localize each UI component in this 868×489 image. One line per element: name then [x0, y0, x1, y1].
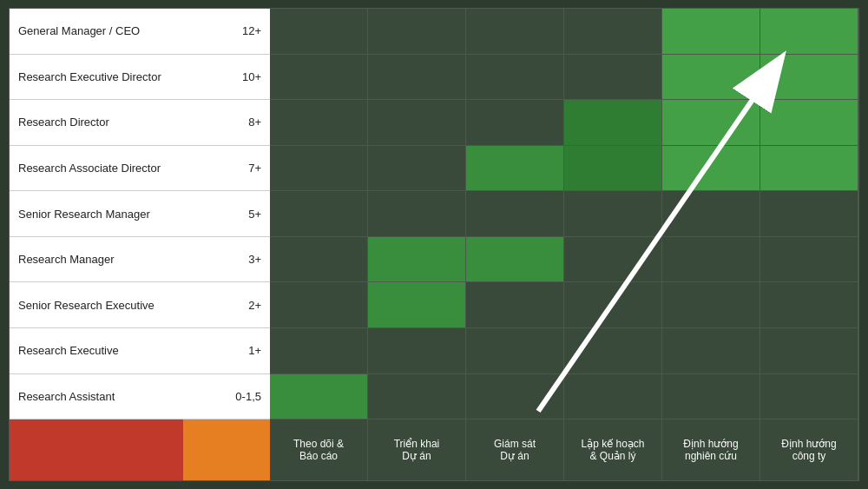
cell-r2-c5	[760, 100, 858, 145]
label-cell-3: Research Associate Director7+	[10, 146, 270, 192]
row-label-0: General Manager / CEO	[18, 24, 140, 37]
data-row-7	[270, 328, 858, 374]
grid-area: General Manager / CEO12+Research Executi…	[10, 9, 858, 420]
cell-r7-c2	[466, 328, 564, 373]
row-exp-2: 8+	[248, 116, 261, 129]
cell-r8-c5	[760, 374, 858, 420]
cell-r7-c3	[564, 328, 662, 373]
cell-r8-c4	[662, 374, 760, 420]
cell-r1-c4	[662, 55, 760, 100]
cell-r8-c2	[466, 374, 564, 420]
footer-exp-label	[183, 420, 270, 480]
row-exp-7: 1+	[248, 344, 261, 357]
cell-r0-c3	[564, 9, 662, 54]
cell-r3-c2	[466, 146, 564, 191]
row-label-5: Research Manager	[18, 253, 115, 266]
footer-col-0: Theo dõi & Báo cáo	[270, 420, 368, 480]
data-area	[270, 9, 858, 420]
data-row-4	[270, 191, 858, 237]
label-column: General Manager / CEO12+Research Executi…	[10, 9, 270, 420]
footer-col-4: Định hướng nghiên cứu	[662, 420, 760, 480]
label-cell-2: Research Director8+	[10, 100, 270, 146]
row-label-8: Research Assistant	[18, 390, 115, 403]
data-row-3	[270, 146, 858, 192]
label-cell-8: Research Assistant0-1,5	[10, 374, 270, 420]
footer-col-3: Lập kế hoạch & Quản lý	[564, 420, 662, 480]
cell-r0-c2	[466, 9, 564, 54]
cell-r4-c1	[368, 191, 466, 236]
row-exp-3: 7+	[248, 162, 261, 175]
cell-r2-c0	[270, 100, 368, 145]
cell-r6-c5	[760, 282, 858, 327]
label-cell-4: Senior Research Manager5+	[10, 191, 270, 237]
cell-r0-c1	[368, 9, 466, 54]
cell-r4-c5	[760, 191, 858, 236]
label-cell-0: General Manager / CEO12+	[10, 9, 270, 55]
cell-r5-c2	[466, 237, 564, 282]
cell-r6-c0	[270, 282, 368, 327]
cell-r5-c0	[270, 237, 368, 282]
row-exp-0: 12+	[242, 24, 261, 37]
label-cell-5: Research Manager3+	[10, 237, 270, 283]
cell-r0-c4	[662, 9, 760, 54]
row-exp-6: 2+	[248, 299, 261, 312]
data-row-5	[270, 237, 858, 283]
cell-r2-c2	[466, 100, 564, 145]
data-row-2	[270, 100, 858, 146]
cell-r3-c4	[662, 146, 760, 191]
label-cell-1: Research Executive Director10+	[10, 55, 270, 101]
row-label-2: Research Director	[18, 116, 109, 129]
cell-r6-c2	[466, 282, 564, 327]
cell-r1-c3	[564, 55, 662, 100]
row-label-4: Senior Research Manager	[18, 208, 150, 221]
cell-r5-c1	[368, 237, 466, 282]
cell-r2-c3	[564, 100, 662, 145]
row-exp-1: 10+	[242, 70, 261, 83]
cell-r5-c3	[564, 237, 662, 282]
cell-r7-c1	[368, 328, 466, 373]
cell-r2-c1	[368, 100, 466, 145]
cell-r8-c3	[564, 374, 662, 420]
cell-r6-c1	[368, 282, 466, 327]
data-row-6	[270, 282, 858, 328]
main-container: General Manager / CEO12+Research Executi…	[9, 8, 859, 481]
row-label-3: Research Associate Director	[18, 162, 161, 175]
label-cell-7: Research Executive1+	[10, 328, 270, 374]
cell-r4-c4	[662, 191, 760, 236]
cell-r1-c2	[466, 55, 564, 100]
row-exp-8: 0-1,5	[235, 390, 261, 403]
cell-r6-c3	[564, 282, 662, 327]
cell-r1-c1	[368, 55, 466, 100]
cell-r1-c0	[270, 55, 368, 100]
row-label-6: Senior Research Executive	[18, 299, 155, 312]
row-label-7: Research Executive	[18, 344, 119, 357]
cell-r3-c3	[564, 146, 662, 191]
cell-r8-c1	[368, 374, 466, 420]
cell-r3-c0	[270, 146, 368, 191]
footer-row: Theo dõi & Báo cáoTriển khai Dự ánGiám s…	[10, 420, 858, 480]
cell-r0-c5	[760, 9, 858, 54]
data-row-0	[270, 9, 858, 55]
row-exp-5: 3+	[248, 253, 261, 266]
data-grid-wrapper	[270, 9, 858, 420]
cell-r2-c4	[662, 100, 760, 145]
cell-r7-c5	[760, 328, 858, 373]
cell-r3-c5	[760, 146, 858, 191]
cell-r0-c0	[270, 9, 368, 54]
cell-r8-c0	[270, 374, 368, 420]
row-label-1: Research Executive Director	[18, 70, 161, 83]
row-exp-4: 5+	[248, 208, 261, 221]
data-row-8	[270, 374, 858, 420]
cell-r1-c5	[760, 55, 858, 100]
footer-col-1: Triển khai Dự án	[368, 420, 466, 480]
cell-r4-c3	[564, 191, 662, 236]
footer-col-5: Định hướng công ty	[760, 420, 858, 480]
footer-roadmap-label	[10, 420, 183, 480]
footer-col-2: Giám sát Dự án	[466, 420, 564, 480]
cell-r7-c4	[662, 328, 760, 373]
cell-r4-c2	[466, 191, 564, 236]
cell-r3-c1	[368, 146, 466, 191]
label-cell-6: Senior Research Executive2+	[10, 282, 270, 328]
data-row-1	[270, 55, 858, 101]
cell-r4-c0	[270, 191, 368, 236]
